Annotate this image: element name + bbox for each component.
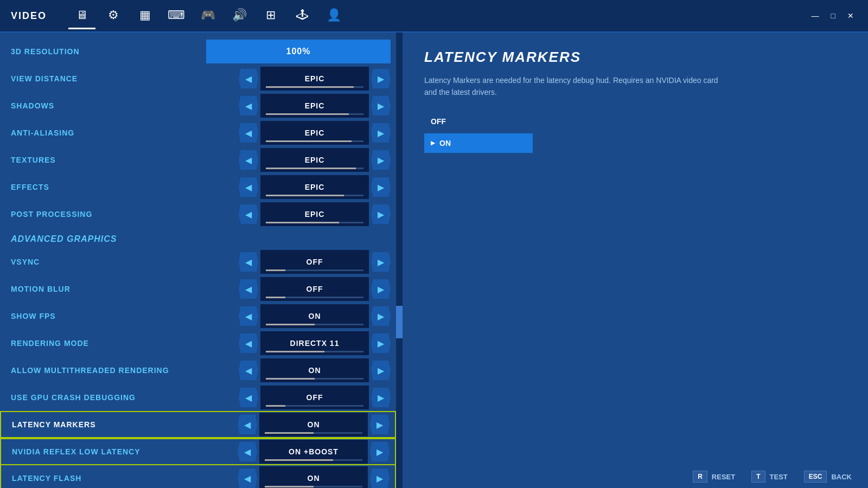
setting-row-rendering-mode[interactable]: RENDERING MODE ◀ DIRECTX 11 ▶ (0, 330, 396, 357)
setting-row-multithreaded[interactable]: ALLOW MULTITHREADED RENDERING ◀ ON ▶ (0, 357, 396, 384)
reset-key: R (693, 471, 707, 483)
setting-row-latency-flash[interactable]: LATENCY FLASH ◀ ON ▶ (0, 465, 396, 488)
view-distance-left[interactable]: ◀ (239, 69, 258, 88)
value-3d-resolution: 100% (286, 47, 311, 56)
value-post-processing: EPIC (305, 210, 325, 219)
setting-label-textures: TEXTURES (11, 156, 239, 164)
rendering-mode-right[interactable]: ▶ (371, 333, 391, 353)
show-fps-left[interactable]: ◀ (239, 306, 258, 326)
latency-flash-left[interactable]: ◀ (238, 468, 257, 488)
minimize-button[interactable]: — (808, 10, 822, 21)
value-box-rendering-mode: DIRECTX 11 (260, 331, 369, 355)
nav-controller[interactable]: 🕹 (289, 2, 316, 29)
vsync-left[interactable]: ◀ (239, 252, 258, 272)
option-off[interactable]: OFF (424, 112, 533, 131)
vsync-right[interactable]: ▶ (371, 252, 391, 272)
setting-control-latency-markers: ◀ ON ▶ (238, 413, 390, 436)
setting-control-textures: ◀ EPIC ▶ (239, 148, 391, 172)
nav-monitor[interactable]: 🖥 (68, 2, 95, 29)
scrollbar-track[interactable] (396, 33, 403, 488)
maximize-button[interactable]: □ (828, 10, 839, 21)
scrollbar-thumb[interactable] (396, 306, 403, 338)
reset-action[interactable]: R RESET (693, 471, 735, 483)
value-latency-markers: ON (308, 420, 320, 429)
show-fps-right[interactable]: ▶ (371, 306, 391, 326)
nvidia-reflex-left[interactable]: ◀ (238, 442, 257, 461)
test-action[interactable]: T TEST (751, 471, 788, 483)
effects-right[interactable]: ▶ (371, 177, 391, 197)
setting-control-shadows: ◀ EPIC ▶ (239, 94, 391, 118)
advanced-graphics-header: ADVANCED GRAPHICS (0, 228, 396, 248)
setting-label-rendering-mode: RENDERING MODE (11, 339, 239, 348)
setting-label-multithreaded: ALLOW MULTITHREADED RENDERING (11, 366, 239, 375)
nvidia-reflex-right[interactable]: ▶ (370, 442, 390, 461)
settings-panel: 3D RESOLUTION 100% VIEW DISTANCE ◀ EPIC … (0, 33, 396, 488)
anti-aliasing-right[interactable]: ▶ (371, 123, 391, 143)
setting-row-textures[interactable]: TEXTURES ◀ EPIC ▶ (0, 146, 396, 174)
setting-control-anti-aliasing: ◀ EPIC ▶ (239, 121, 391, 145)
nav-sound[interactable]: 🔊 (226, 2, 253, 29)
setting-row-motion-blur[interactable]: MOTION BLUR ◀ OFF ▶ (0, 275, 396, 303)
nav-gear[interactable]: ⚙ (100, 2, 127, 29)
back-action[interactable]: ESC BACK (804, 471, 852, 483)
textures-left[interactable]: ◀ (239, 150, 258, 170)
setting-control-gpu-crash: ◀ OFF ▶ (239, 386, 391, 409)
post-processing-left[interactable]: ◀ (239, 204, 258, 224)
value-box-latency-markers: ON (259, 413, 368, 436)
setting-row-gpu-crash[interactable]: USE GPU CRASH DEBUGGING ◀ OFF ▶ (0, 384, 396, 411)
setting-label-anti-aliasing: ANTI-ALIASING (11, 129, 239, 137)
setting-row-effects[interactable]: EFFECTS ◀ EPIC ▶ (0, 174, 396, 201)
value-box-shadows: EPIC (260, 94, 369, 118)
setting-label-gpu-crash: USE GPU CRASH DEBUGGING (11, 393, 239, 402)
detail-title: LATENCY MARKERS (424, 49, 846, 66)
nav-table[interactable]: ▦ (131, 2, 158, 29)
option-on[interactable]: ▶ ON (424, 133, 533, 153)
value-gpu-crash: OFF (307, 393, 323, 402)
setting-row-3d-resolution[interactable]: 3D RESOLUTION 100% (0, 38, 396, 65)
rendering-mode-left[interactable]: ◀ (239, 333, 258, 353)
view-distance-right[interactable]: ▶ (371, 69, 391, 88)
close-button[interactable]: ✕ (844, 10, 857, 21)
setting-label-3d-resolution: 3D RESOLUTION (11, 47, 206, 56)
post-processing-right[interactable]: ▶ (371, 204, 391, 224)
shadows-right[interactable]: ▶ (371, 96, 391, 115)
setting-row-shadows[interactable]: SHADOWS ◀ EPIC ▶ (0, 92, 396, 119)
test-label: TEST (770, 473, 788, 481)
gpu-crash-right[interactable]: ▶ (371, 388, 391, 407)
latency-flash-right[interactable]: ▶ (370, 468, 390, 488)
latency-markers-right[interactable]: ▶ (370, 415, 390, 434)
nav-user[interactable]: 👤 (320, 2, 347, 29)
effects-left[interactable]: ◀ (239, 177, 258, 197)
setting-row-anti-aliasing[interactable]: ANTI-ALIASING ◀ EPIC ▶ (0, 119, 396, 146)
gpu-crash-left[interactable]: ◀ (239, 388, 258, 407)
setting-control-nvidia-reflex: ◀ ON +BOOST ▶ (238, 440, 390, 464)
setting-control-rendering-mode: ◀ DIRECTX 11 ▶ (239, 331, 391, 355)
setting-control-post-processing: ◀ EPIC ▶ (239, 202, 391, 226)
value-box-multithreaded: ON (260, 358, 369, 382)
textures-right[interactable]: ▶ (371, 150, 391, 170)
setting-row-post-processing[interactable]: POST PROCESSING ◀ EPIC ▶ (0, 201, 396, 228)
setting-row-nvidia-reflex[interactable]: NVIDIA REFLEX LOW LATENCY ◀ ON +BOOST ▶ (0, 438, 396, 465)
shadows-left[interactable]: ◀ (239, 96, 258, 115)
nav-gamepad2[interactable]: 🎮 (194, 2, 221, 29)
setting-row-vsync[interactable]: VSYNC ◀ OFF ▶ (0, 248, 396, 275)
back-label: BACK (831, 473, 852, 481)
option-on-label: ON (439, 139, 451, 147)
nav-network[interactable]: ⊞ (257, 2, 284, 29)
value-box-latency-flash: ON (259, 466, 368, 488)
motion-blur-left[interactable]: ◀ (239, 279, 258, 299)
setting-row-show-fps[interactable]: SHOW FPS ◀ ON ▶ (0, 303, 396, 330)
anti-aliasing-left[interactable]: ◀ (239, 123, 258, 143)
setting-control-show-fps: ◀ ON ▶ (239, 304, 391, 328)
latency-markers-left[interactable]: ◀ (238, 415, 257, 434)
setting-row-view-distance[interactable]: VIEW DISTANCE ◀ EPIC ▶ (0, 65, 396, 92)
multithreaded-left[interactable]: ◀ (239, 361, 258, 380)
setting-row-latency-markers[interactable]: LATENCY MARKERS ◀ ON ▶ (0, 411, 396, 438)
value-textures: EPIC (305, 156, 325, 164)
setting-control-view-distance: ◀ EPIC ▶ (239, 67, 391, 91)
multithreaded-right[interactable]: ▶ (371, 361, 391, 380)
nav-keyboard[interactable]: ⌨ (163, 2, 190, 29)
motion-blur-right[interactable]: ▶ (371, 279, 391, 299)
value-box-post-processing: EPIC (260, 202, 369, 226)
value-motion-blur: OFF (307, 285, 323, 293)
